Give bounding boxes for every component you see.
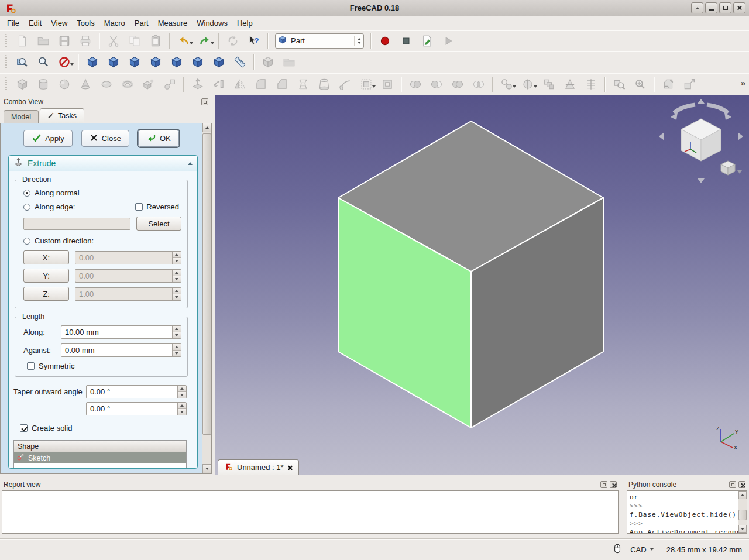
fit-selection-button[interactable] (33, 53, 53, 71)
3d-viewport[interactable]: Z Y X Unnamed : 1* (215, 95, 749, 475)
length-against-arrows[interactable] (172, 344, 181, 356)
chamfer-button[interactable] (272, 75, 292, 93)
copy-button[interactable] (125, 32, 145, 50)
redo-button[interactable] (195, 32, 215, 50)
thickness-button[interactable] (377, 75, 397, 93)
workbench-selector[interactable]: Part (275, 33, 364, 49)
undo-button[interactable] (174, 32, 194, 50)
macro-stop-button[interactable] (396, 32, 416, 50)
dropdown-arrow-icon[interactable] (70, 63, 74, 66)
close-button[interactable] (733, 2, 745, 13)
minimize-button[interactable] (705, 2, 717, 13)
top-view-button[interactable] (125, 53, 145, 71)
length-along-spinbox[interactable]: 10.00 mm (61, 325, 181, 339)
title-bar[interactable]: FreeCAD 0.18 (0, 0, 749, 16)
fit-all-button[interactable] (12, 53, 32, 71)
python-close-button[interactable] (738, 481, 745, 488)
menu-part[interactable]: Part (130, 17, 153, 29)
taper-angle2-arrows[interactable] (177, 403, 186, 415)
dropdown-arrow-icon[interactable] (534, 85, 537, 88)
ok-button[interactable]: OK (138, 130, 179, 147)
cylinder-button[interactable] (33, 75, 53, 93)
along-edge-radio[interactable] (23, 204, 30, 211)
combo-view-titlebar[interactable]: Combo View (0, 95, 212, 108)
open-document-button[interactable] (33, 32, 53, 50)
menu-measure[interactable]: Measure (153, 17, 193, 29)
intersection-button[interactable] (469, 75, 489, 93)
tab-tasks[interactable]: Tasks (40, 108, 84, 123)
along-normal-radio[interactable] (23, 190, 30, 197)
cross-sections-button[interactable] (581, 75, 601, 93)
macro-execute-button[interactable] (438, 32, 458, 50)
box-button[interactable] (12, 75, 32, 93)
new-document-button[interactable] (12, 32, 32, 50)
boolean-button[interactable] (406, 75, 425, 93)
offset-button[interactable] (356, 75, 376, 93)
navigation-cube[interactable] (657, 98, 745, 184)
front-view-button[interactable] (104, 53, 123, 71)
tab-model[interactable]: Model (4, 110, 39, 123)
float-panel-button[interactable] (201, 98, 208, 105)
revolve-button[interactable] (209, 75, 229, 93)
sphere-button[interactable] (54, 75, 74, 93)
document-tab[interactable]: Unnamed : 1* (218, 459, 299, 475)
maximize-button[interactable] (719, 2, 731, 13)
rear-view-button[interactable] (167, 53, 187, 71)
scroll-down-button[interactable] (738, 525, 747, 533)
paste-button[interactable] (146, 32, 166, 50)
section-button[interactable] (560, 75, 580, 93)
x-spin-arrows[interactable] (172, 252, 181, 264)
torus-button[interactable] (118, 75, 138, 93)
save-document-button[interactable] (54, 32, 74, 50)
scrollbar-thumb[interactable] (738, 510, 747, 520)
task-scrollbar[interactable] (202, 123, 211, 473)
check-geometry-button[interactable] (609, 75, 629, 93)
whats-this-button[interactable]: ? (244, 32, 264, 50)
cone-button[interactable] (75, 75, 95, 93)
sweep-button[interactable] (335, 75, 355, 93)
taper-angle-spinbox[interactable]: 0.00 ° (86, 385, 187, 398)
length-along-arrows[interactable] (172, 326, 181, 338)
y-spinbox[interactable]: 0.00 (75, 269, 181, 283)
dropdown-arrow-icon[interactable] (513, 85, 516, 88)
menu-view[interactable]: View (46, 17, 72, 29)
right-view-button[interactable] (146, 53, 166, 71)
loft-button[interactable] (314, 75, 334, 93)
apply-button[interactable]: Apply (23, 130, 73, 147)
dropdown-arrow-icon[interactable] (190, 42, 193, 44)
scrollbar-thumb[interactable] (202, 133, 211, 435)
mirror-button[interactable] (230, 75, 250, 93)
menu-edit[interactable]: Edit (24, 17, 46, 29)
menu-help[interactable]: Help (232, 17, 257, 29)
z-spin-arrows[interactable] (172, 288, 181, 300)
ellipsoid-button[interactable] (97, 75, 116, 93)
menu-file[interactable]: File (2, 17, 24, 29)
draw-style-button[interactable] (54, 53, 74, 71)
extrude-section-header[interactable]: Extrude (9, 156, 197, 171)
close-task-button[interactable]: Close (81, 130, 129, 147)
report-float-button[interactable] (600, 481, 607, 488)
measure-distance-button[interactable] (230, 53, 250, 71)
taper-angle-arrows[interactable] (177, 386, 186, 398)
shape-builder-button[interactable] (160, 75, 180, 93)
python-console-header[interactable]: Python console (625, 479, 749, 490)
refresh-button[interactable] (223, 32, 243, 50)
defeaturing-button[interactable] (658, 75, 678, 93)
report-close-button[interactable] (610, 481, 617, 488)
bottom-view-button[interactable] (188, 53, 208, 71)
y-spin-arrows[interactable] (172, 270, 181, 282)
report-view-header[interactable]: Report view (0, 479, 620, 490)
python-scrollbar[interactable] (738, 491, 747, 533)
join-features-button[interactable] (497, 75, 517, 93)
print-button[interactable] (75, 32, 95, 50)
menu-macro[interactable]: Macro (99, 17, 130, 29)
menu-windows[interactable]: Windows (192, 17, 232, 29)
z-spinbox[interactable]: 1.00 (75, 287, 181, 301)
navigation-style-selector[interactable]: CAD (628, 544, 655, 555)
dropdown-arrow-icon[interactable] (372, 85, 376, 88)
symmetric-checkbox[interactable] (27, 362, 35, 370)
cut-button[interactable] (104, 32, 123, 50)
custom-direction-radio[interactable] (23, 238, 30, 245)
document-close-icon[interactable] (288, 465, 293, 470)
toolbar-handle[interactable] (5, 34, 7, 48)
